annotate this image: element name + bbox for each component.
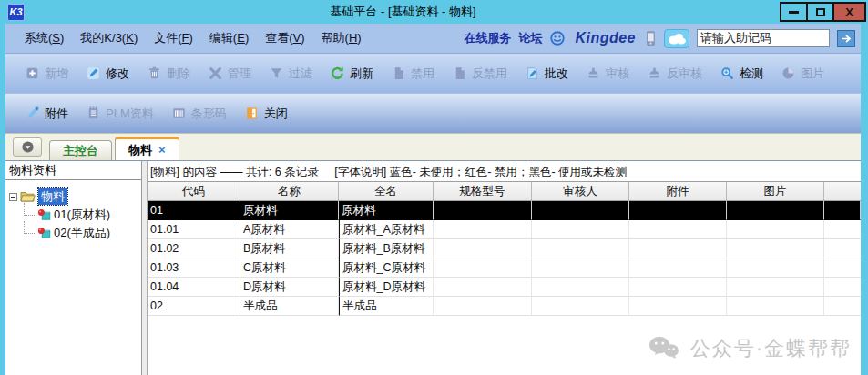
- add-icon: [25, 66, 40, 81]
- tree-node-label[interactable]: 01(原材料): [54, 207, 110, 223]
- tab-material[interactable]: 物料 ×: [115, 137, 179, 160]
- menu-system[interactable]: 系统(S): [16, 27, 72, 49]
- column-header-filler: [824, 182, 861, 200]
- table-row[interactable]: 01.04 D原材料 原材料_D原材料: [148, 278, 861, 297]
- disable-button[interactable]: 禁用: [384, 63, 441, 85]
- menu-edit[interactable]: 编辑(E): [201, 27, 257, 49]
- kingdee-logo: Kingdee: [573, 30, 638, 46]
- smiley-icon: [549, 30, 566, 46]
- column-header-spec[interactable]: 规格型号: [434, 182, 532, 200]
- menu-my-k3[interactable]: 我的K/3(K): [72, 27, 146, 49]
- table-header-row: 代码 名称 全名 规格型号 审核人 附件 图片: [148, 182, 861, 201]
- edit-icon: [86, 66, 101, 81]
- open-folder-icon: [20, 190, 36, 203]
- tree-connector: [24, 221, 35, 234]
- close-view-button[interactable]: 关闭: [238, 103, 294, 125]
- maximize-button[interactable]: [806, 2, 834, 22]
- audit-button[interactable]: 审核: [579, 63, 636, 85]
- add-button[interactable]: 新增: [18, 63, 75, 85]
- close-button[interactable]: X: [832, 2, 866, 22]
- minimize-icon: [789, 11, 799, 14]
- column-header-code[interactable]: 代码: [148, 182, 240, 200]
- manage-button[interactable]: 管理: [201, 63, 258, 85]
- tree-node-semi-finished[interactable]: 02(半成品): [21, 224, 139, 242]
- attachment-icon: [25, 106, 40, 121]
- trash-icon: [147, 66, 162, 81]
- material-table: 代码 名称 全名 规格型号 审核人 附件 图片 01 原材料 原材料: [148, 181, 861, 316]
- table-row[interactable]: 02 半成品 半成品: [148, 297, 861, 316]
- content-area: 物料资料 物料 01(原材料): [5, 160, 861, 375]
- tree-node-label[interactable]: 物料: [38, 188, 67, 205]
- tab-list-dropdown-button[interactable]: [13, 137, 42, 157]
- filter-button[interactable]: 过滤: [262, 63, 319, 85]
- table-row[interactable]: 01.01 A原材料 原材料_A原材料: [148, 220, 861, 239]
- menu-help[interactable]: 帮助(H): [313, 27, 370, 49]
- stamp-icon: [647, 66, 662, 81]
- wechat-icon: [648, 336, 679, 361]
- document-icon: [452, 66, 467, 81]
- undisable-button[interactable]: 反禁用: [445, 63, 514, 85]
- stamp-icon: [586, 66, 601, 81]
- chevron-down-icon: [21, 140, 35, 154]
- filter-icon: [269, 66, 284, 81]
- app-window: K3 基础平台 - [基础资料 - 物料] X 系统(S) 我的K/3(K) 文…: [0, 0, 868, 375]
- barcode-button[interactable]: 条形码: [165, 103, 233, 125]
- plm-data-button[interactable]: PLM资料: [79, 103, 160, 125]
- picture-icon: [781, 66, 796, 81]
- collapse-icon[interactable]: [9, 193, 17, 201]
- attachment-button[interactable]: 附件: [18, 103, 75, 125]
- manage-icon: [208, 66, 223, 81]
- column-header-attachment[interactable]: 附件: [629, 182, 727, 200]
- door-icon: [244, 106, 260, 121]
- font-legend-text: [字体说明] 蓝色- 未使用；红色- 禁用；黑色- 使用或未检测: [334, 166, 627, 178]
- batch-edit-icon: [525, 66, 540, 81]
- window-frame: 系统(S) 我的K/3(K) 文件(F) 编辑(E) 查看(V) 帮助(H) 在…: [0, 24, 868, 375]
- material-tree-panel: 物料资料 物料 01(原材料): [5, 161, 142, 375]
- document-icon: [391, 66, 406, 81]
- column-header-name[interactable]: 名称: [240, 182, 339, 200]
- record-count-text: [物料] 的内容 —— 共计: 6 条记录: [150, 166, 319, 178]
- online-service-link[interactable]: 在线服务: [464, 30, 511, 46]
- column-header-picture[interactable]: 图片: [727, 182, 824, 200]
- mobile-phone-icon[interactable]: [645, 30, 657, 46]
- tab-console[interactable]: 主控台: [49, 140, 112, 160]
- unaudit-button[interactable]: 反审核: [640, 63, 709, 85]
- modify-button[interactable]: 修改: [79, 63, 136, 85]
- table-row[interactable]: 01.03 C原材料 原材料_C原材料: [148, 258, 861, 278]
- minimize-button[interactable]: [780, 2, 808, 22]
- material-class-icon: [37, 227, 51, 239]
- search-go-button[interactable]: [837, 30, 855, 47]
- delete-button[interactable]: 删除: [140, 63, 197, 85]
- menu-bar: 系统(S) 我的K/3(K) 文件(F) 编辑(E) 查看(V) 帮助(H) 在…: [5, 24, 861, 53]
- mnemonic-search-input[interactable]: [697, 29, 830, 47]
- batch-modify-button[interactable]: 批改: [518, 63, 575, 85]
- maximize-icon: [816, 8, 825, 16]
- table-row[interactable]: 01.02 B原材料 原材料_B原材料: [148, 239, 861, 258]
- notebook-icon: [86, 106, 101, 121]
- watermark: 公众号·金蝶帮帮: [648, 335, 852, 362]
- toolbar-main: 新增 修改 删除 管理 过滤 刷新: [5, 53, 861, 93]
- cloud-icon[interactable]: [664, 29, 689, 48]
- material-class-icon: [37, 208, 51, 221]
- menu-file[interactable]: 文件(F): [146, 27, 201, 49]
- column-header-fullname[interactable]: 全名: [339, 182, 434, 200]
- material-tree: 物料 01(原材料) 02(半成品): [5, 180, 141, 242]
- tab-strip: 主控台 物料 ×: [5, 133, 861, 160]
- toolbar-secondary: 附件 PLM资料 条形码 关闭: [5, 93, 861, 133]
- picture-button[interactable]: 图片: [774, 63, 831, 85]
- material-list-panel: [物料] 的内容 —— 共计: 6 条记录 [字体说明] 蓝色- 未使用；红色-…: [148, 161, 861, 375]
- magnifier-icon: [720, 66, 735, 81]
- tree-panel-title: 物料资料: [5, 161, 141, 180]
- column-header-auditor[interactable]: 审核人: [532, 182, 629, 200]
- tree-connector: [24, 203, 35, 216]
- refresh-button[interactable]: 刷新: [323, 63, 380, 85]
- check-button[interactable]: 检测: [713, 63, 770, 85]
- table-row[interactable]: 01 原材料 原材料: [148, 201, 861, 220]
- watermark-text: 公众号·金蝶帮帮: [690, 335, 852, 362]
- tree-node-label[interactable]: 02(半成品): [54, 225, 110, 241]
- forum-link[interactable]: 论坛: [518, 30, 542, 46]
- tab-close-icon[interactable]: ×: [158, 144, 166, 156]
- tree-node-raw-materials[interactable]: 01(原材料): [21, 206, 139, 224]
- menu-view[interactable]: 查看(V): [257, 27, 312, 49]
- title-bar: K3 基础平台 - [基础资料 - 物料] X: [0, 0, 868, 24]
